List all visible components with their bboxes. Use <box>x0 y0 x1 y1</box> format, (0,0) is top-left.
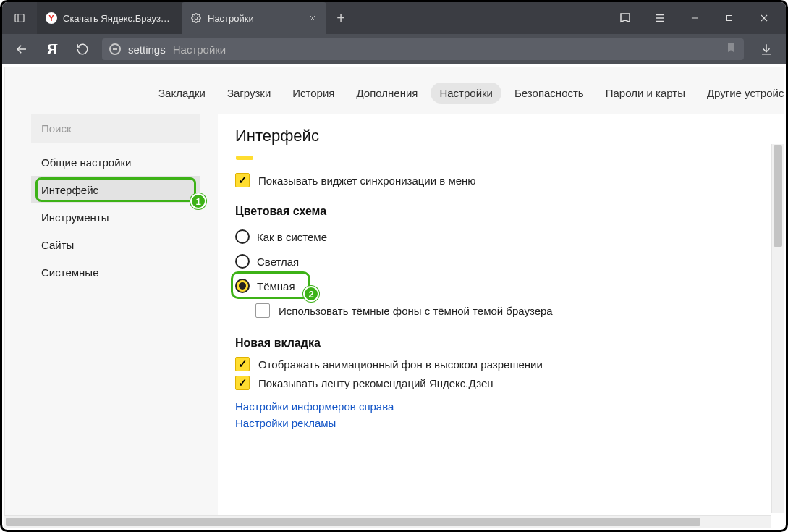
section-accent <box>236 156 253 160</box>
new-tab-button[interactable]: + <box>326 2 355 34</box>
nav-addons[interactable]: Дополнения <box>347 83 426 104</box>
vertical-scrollbar[interactable] <box>771 144 784 513</box>
section-title: Интерфейс <box>235 127 766 145</box>
horizontal-scroll-thumb[interactable] <box>6 518 700 526</box>
checkbox-sync-widget[interactable] <box>235 173 250 187</box>
window-close-button[interactable] <box>747 2 781 34</box>
radio-color-system[interactable] <box>235 229 250 244</box>
panel-toggle-button[interactable] <box>2 2 37 34</box>
page-content: Закладки Загрузки История Дополнения Нас… <box>4 67 784 528</box>
tab-title: Скачать Яндекс.Браузер д <box>63 13 173 24</box>
yandex-favicon-icon: Y <box>46 12 57 24</box>
label-color-dark: Тёмная <box>257 280 295 292</box>
radio-color-dark[interactable] <box>235 279 250 293</box>
nav-settings[interactable]: Настройки <box>431 83 501 104</box>
settings-search-input[interactable]: Поиск <box>31 114 200 143</box>
settings-main-panel: Интерфейс Показывать виджет синхронизаци… <box>218 114 784 528</box>
sidebar-item-general[interactable]: Общие настройки <box>31 148 200 176</box>
sidebar-item-interface[interactable]: Интерфейс 1 <box>31 176 200 203</box>
menu-icon[interactable] <box>643 2 677 34</box>
bookmark-icon[interactable] <box>725 42 737 56</box>
vertical-scroll-thumb[interactable] <box>774 145 782 247</box>
label-color-light: Светлая <box>257 256 299 268</box>
svg-rect-0 <box>15 14 24 22</box>
address-page: Настройки <box>173 43 226 56</box>
titlebar: Y Скачать Яндекс.Браузер д Настройки + <box>2 2 786 34</box>
horizontal-scrollbar[interactable] <box>4 515 771 528</box>
sidebar-item-sites[interactable]: Сайты <box>31 231 200 258</box>
back-button[interactable] <box>8 35 35 63</box>
tab-title: Настройки <box>208 13 302 24</box>
window-controls <box>608 2 781 34</box>
window-maximize-button[interactable] <box>712 2 747 34</box>
label-zen-feed: Показывать ленту рекомендаций Яндекс.Дзе… <box>258 377 493 389</box>
tab-settings[interactable]: Настройки <box>182 2 326 34</box>
nav-history[interactable]: История <box>284 83 343 104</box>
checkbox-hq-animation[interactable] <box>235 357 250 371</box>
link-ads-settings[interactable]: Настройки рекламы <box>235 417 766 429</box>
label-hq-animation: Отображать анимационный фон в высоком ра… <box>258 358 543 371</box>
subheading-new-tab: Новая вкладка <box>235 337 766 350</box>
settings-sidebar: Поиск Общие настройки Интерфейс 1 Инстру… <box>31 114 200 528</box>
sidebar-item-system[interactable]: Системные <box>31 258 200 286</box>
nav-other-devices[interactable]: Другие устройс <box>698 83 788 104</box>
nav-security[interactable]: Безопасность <box>506 83 593 104</box>
toolbar: Я settings Настройки <box>2 34 786 64</box>
yandex-home-button[interactable]: Я <box>38 35 66 63</box>
window-minimize-button[interactable] <box>677 2 712 34</box>
settings-topnav: Закладки Загрузки История Дополнения Нас… <box>150 67 784 114</box>
label-dark-backgrounds: Использовать тёмные фоны с тёмной темой … <box>279 305 553 317</box>
svg-point-2 <box>195 17 198 20</box>
label-color-system: Как в системе <box>257 231 327 243</box>
close-tab-icon[interactable] <box>308 13 318 23</box>
checkbox-zen-feed[interactable] <box>235 376 250 390</box>
annotation-badge-1: 1 <box>190 193 206 209</box>
address-path: settings <box>128 43 166 56</box>
tab-yandex-download[interactable]: Y Скачать Яндекс.Браузер д <box>37 2 182 34</box>
address-bar[interactable]: settings Настройки <box>102 38 744 60</box>
site-info-icon[interactable] <box>109 43 121 55</box>
link-informers-settings[interactable]: Настройки информеров справа <box>235 400 766 413</box>
nav-bookmarks[interactable]: Закладки <box>150 83 214 104</box>
label-sync-widget: Показывать виджет синхронизации в меню <box>258 174 476 187</box>
tab-strip: Y Скачать Яндекс.Браузер д Настройки + <box>37 2 608 34</box>
reload-button[interactable] <box>69 35 96 63</box>
gear-icon <box>190 12 202 24</box>
nav-passwords[interactable]: Пароли и карты <box>597 83 694 104</box>
subheading-color-scheme: Цветовая схема <box>235 205 766 218</box>
reader-mode-icon[interactable] <box>608 2 643 34</box>
radio-color-light[interactable] <box>235 254 250 269</box>
annotation-badge-2: 2 <box>303 286 319 302</box>
sidebar-item-tools[interactable]: Инструменты <box>31 203 200 231</box>
sidebar-item-label: Интерфейс <box>41 184 98 196</box>
checkbox-dark-backgrounds[interactable] <box>255 303 270 318</box>
downloads-button[interactable] <box>753 35 780 63</box>
svg-rect-9 <box>727 16 732 21</box>
nav-downloads[interactable]: Загрузки <box>219 83 279 104</box>
